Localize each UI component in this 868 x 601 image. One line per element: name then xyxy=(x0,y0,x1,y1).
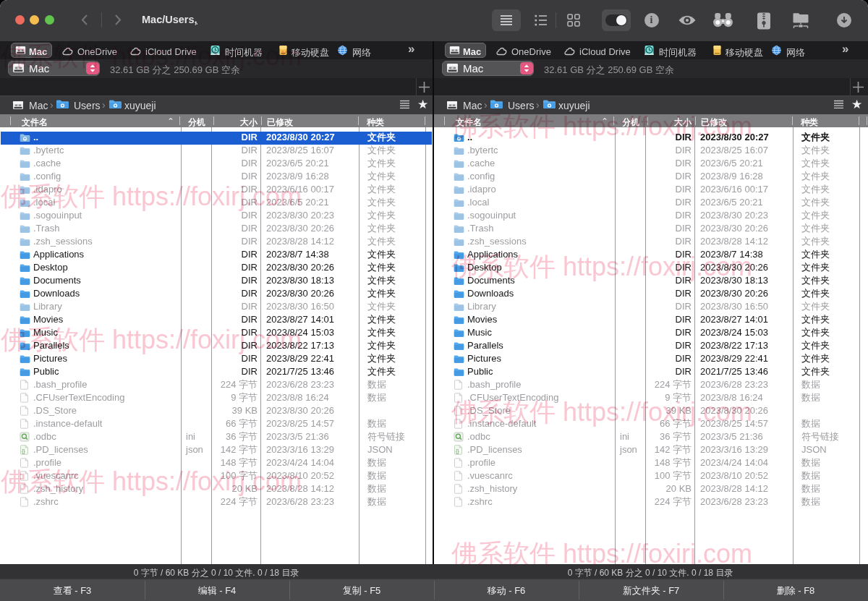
svg-text:{}: {} xyxy=(456,448,459,454)
svg-text:{}: {} xyxy=(22,448,25,454)
